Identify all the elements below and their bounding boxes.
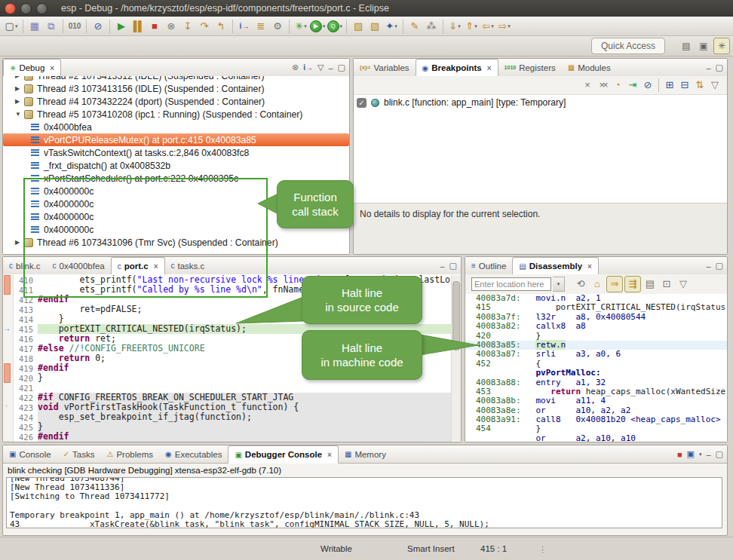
twisty-icon[interactable]: ▶ — [15, 76, 24, 79]
disconnect-icon[interactable]: ⊗ — [164, 19, 179, 34]
twisty-icon[interactable]: ▶ — [15, 85, 24, 92]
terminate-icon[interactable]: ■ — [677, 450, 682, 459]
quick-access-button[interactable]: Quick Access — [591, 38, 665, 54]
open-resource-icon[interactable]: ▧ — [367, 19, 382, 34]
step-into-icon[interactable]: ↧ — [180, 19, 195, 34]
view-menu-icon[interactable]: ▽ — [317, 63, 324, 72]
close-icon[interactable]: × — [154, 262, 158, 271]
tab-console[interactable]: ▣ Console — [3, 445, 57, 463]
debug-thread-row[interactable]: ▼Thread #5 1073410208 (ipc1 : Running) (… — [3, 108, 349, 121]
binary-icon[interactable]: 010 — [67, 19, 82, 34]
disassembly-line[interactable]: or a2, a10, a10 — [465, 434, 727, 442]
debug-thread-row[interactable]: ▶Thread #2 1073413312 (IDLE) (Suspended … — [3, 76, 349, 82]
tab-outline[interactable]: ≡ Outline — [465, 257, 512, 274]
remove-all-breakpoints-icon[interactable]: ×× — [596, 78, 609, 92]
display-selected-console-icon[interactable]: ▣ — [687, 449, 695, 459]
stack-frame-row[interactable]: _frxt_dispatch() at 0x4008532b — [3, 159, 349, 172]
search-icon[interactable]: ✦▾ — [384, 19, 399, 34]
console-dropdown-icon[interactable]: ▾ — [699, 451, 702, 457]
tab-breakpoints[interactable]: ◉ Breakpoints × — [416, 59, 498, 77]
instruction-stepping-mode-icon[interactable]: i→ — [303, 63, 313, 72]
minimize-icon[interactable]: ‒ — [706, 63, 710, 72]
show-breakpoints-for-icon[interactable]: ◔ — [611, 78, 624, 92]
close-icon[interactable]: × — [487, 64, 492, 72]
tab-port-c[interactable]: c port.c × — [111, 257, 165, 275]
maximize-icon[interactable]: ▢ — [716, 261, 723, 271]
step-over-icon[interactable]: ↷ — [197, 19, 212, 34]
breakpoint-list-item[interactable]: ✓ blink.c [function: app_main] [type: Te… — [357, 97, 566, 108]
tab-debug[interactable]: ✳ Debug × — [3, 59, 61, 77]
disassembly-lines[interactable]: 40083a7d: movi.n a2, 1415 portEXIT_CRITI… — [465, 294, 727, 442]
tab-modules[interactable]: ▦ Modules — [562, 59, 617, 76]
show-debug-columns-icon[interactable]: ≣ — [253, 19, 268, 34]
stack-frame-row[interactable]: vTaskSwitchContext() at tasks.c:2,846 0x… — [3, 146, 349, 159]
resume-icon[interactable]: ▶ — [114, 19, 129, 34]
minimize-icon[interactable]: ‒ — [328, 63, 333, 72]
twisty-icon[interactable]: ▶ — [15, 239, 24, 246]
forward-icon[interactable]: ⇨▾ — [497, 19, 512, 34]
maximize-icon[interactable]: ▢ — [716, 63, 723, 72]
tab-blink-c[interactable]: c blink.c — [3, 257, 47, 274]
tab-variables[interactable]: (x)= Variables — [354, 59, 416, 76]
open-perspective-icon[interactable]: ▤ — [679, 38, 694, 54]
goto-last-position-icon[interactable]: ⇑▾ — [464, 19, 479, 34]
save-all-icon[interactable]: ⧉ — [44, 19, 59, 34]
cpp-perspective-icon[interactable]: ▣ — [696, 38, 711, 54]
pin-view-icon[interactable]: ⊡ — [659, 277, 674, 292]
console-output[interactable]: [New Thread 1073468744][New Thread 10734… — [6, 477, 722, 528]
run-icon[interactable]: ▶▾ — [310, 19, 326, 34]
debug-thread-row[interactable]: ▶Thread #4 1073432224 (dport) (Suspended… — [3, 95, 349, 108]
code-line[interactable]: 421 — [14, 383, 452, 393]
sync-with-active-frame-icon[interactable]: ⇶ — [624, 276, 641, 292]
tab-problems[interactable]: ⚠ Problems — [100, 445, 159, 463]
goto-file-for-breakpoint-icon[interactable]: ⇥ — [626, 78, 639, 92]
refresh-icon[interactable]: ⟲ — [573, 277, 588, 292]
skip-breakpoints-icon[interactable]: ⊘ — [90, 19, 106, 34]
stack-frame-row[interactable]: vPortCPUReleaseMutex() at port.c:415 0x4… — [3, 133, 349, 146]
minimize-icon[interactable]: ‒ — [706, 262, 710, 271]
tab-memory[interactable]: ▦ Memory — [339, 445, 392, 463]
profile-icon[interactable]: Q▾ — [327, 19, 343, 34]
minimize-icon[interactable]: ‒ — [440, 262, 444, 271]
tab-tasks-c[interactable]: c tasks.c — [165, 257, 211, 274]
debug-perspective-icon[interactable]: ✳ — [713, 38, 730, 54]
last-edit-location-icon[interactable]: ⇓▾ — [447, 19, 462, 34]
new-wizard-icon[interactable]: ▢▾ — [4, 19, 19, 34]
breakpoint-checkbox[interactable]: ✓ — [357, 98, 366, 108]
trace-control-icon[interactable]: ⚙ — [270, 19, 285, 34]
code-line[interactable]: 422#if CONFIG_FREERTOS_BREAK_ON_SCHEDULE… — [14, 393, 452, 402]
editor-vertical-scrollbar[interactable] — [451, 275, 461, 441]
suspend-icon[interactable]: ▌▌ — [130, 19, 146, 34]
instruction-stepping-icon[interactable]: i→ — [237, 19, 252, 34]
view-menu-icon[interactable]: ▽ — [676, 277, 691, 292]
debug-thread-row[interactable]: ▶Thread #3 1073413156 (IDLE) (Suspended … — [3, 82, 349, 95]
step-return-icon[interactable]: ↰ — [213, 19, 228, 34]
remove-breakpoint-icon[interactable]: × — [581, 78, 594, 92]
show-source-icon[interactable]: ⇒ — [606, 276, 623, 292]
minimize-icon[interactable]: ‒ — [706, 450, 710, 459]
tab-debugger-console[interactable]: ▣ Debugger Console × — [228, 445, 339, 464]
collapse-all-icon[interactable]: ⊟ — [678, 78, 692, 92]
terminate-icon[interactable]: ■ — [147, 19, 162, 34]
close-icon[interactable]: × — [327, 451, 332, 459]
window-maximize-button[interactable] — [36, 3, 48, 14]
debug-icon[interactable]: ✳▾ — [293, 19, 308, 34]
tab-tasks[interactable]: ✓ Tasks — [57, 445, 101, 463]
code-line[interactable]: 425} — [14, 422, 452, 432]
window-minimize-button[interactable] — [20, 3, 32, 14]
back-icon[interactable]: ⇦▾ — [480, 19, 495, 34]
maximize-icon[interactable]: ▢ — [449, 261, 457, 271]
close-icon[interactable]: × — [50, 64, 54, 72]
location-input[interactable]: Enter location here — [471, 277, 551, 291]
stack-frame-row[interactable]: 0x4000bfea — [3, 121, 349, 133]
view-menu-icon[interactable]: ▽ — [708, 78, 722, 92]
code-line[interactable]: 424 esp_set_breakpoint_if_jtag(function)… — [14, 412, 452, 422]
code-line[interactable]: 426#endif — [14, 432, 452, 442]
tab-disassembly[interactable]: ▤ Disassembly × — [512, 257, 599, 275]
link-with-debug-view-icon[interactable]: ⇅ — [693, 78, 707, 92]
close-icon[interactable]: × — [587, 262, 592, 271]
toggle-mark-occurrences-icon[interactable]: ✎ — [407, 19, 422, 34]
annotations-icon[interactable]: ⁂ — [424, 19, 439, 34]
window-close-button[interactable] — [5, 3, 16, 14]
scrollbar-thumb[interactable] — [452, 281, 460, 350]
